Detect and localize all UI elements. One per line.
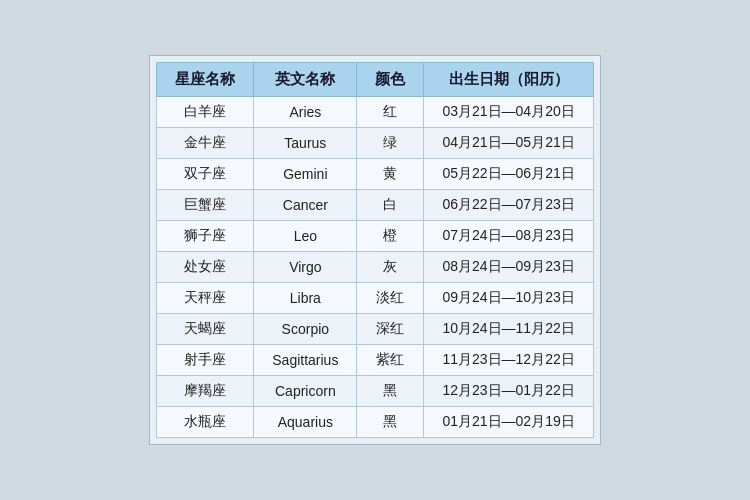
table-cell-7-1: Scorpio	[254, 314, 357, 345]
table-row: 水瓶座Aquarius黑01月21日—02月19日	[157, 407, 593, 438]
table-cell-2-2: 黄	[357, 159, 424, 190]
table-cell-2-0: 双子座	[157, 159, 254, 190]
table-row: 白羊座Aries红03月21日—04月20日	[157, 97, 593, 128]
table-row: 天秤座Libra淡红09月24日—10月23日	[157, 283, 593, 314]
table-cell-3-2: 白	[357, 190, 424, 221]
table-cell-1-1: Taurus	[254, 128, 357, 159]
table-column-header: 英文名称	[254, 63, 357, 97]
table-cell-6-0: 天秤座	[157, 283, 254, 314]
table-cell-8-3: 11月23日—12月22日	[424, 345, 593, 376]
table-cell-5-3: 08月24日—09月23日	[424, 252, 593, 283]
table-cell-2-1: Gemini	[254, 159, 357, 190]
table-row: 狮子座Leo橙07月24日—08月23日	[157, 221, 593, 252]
table-cell-7-0: 天蝎座	[157, 314, 254, 345]
table-cell-10-2: 黑	[357, 407, 424, 438]
table-row: 双子座Gemini黄05月22日—06月21日	[157, 159, 593, 190]
table-row: 射手座Sagittarius紫红11月23日—12月22日	[157, 345, 593, 376]
table-cell-3-3: 06月22日—07月23日	[424, 190, 593, 221]
zodiac-table: 星座名称英文名称颜色出生日期（阳历） 白羊座Aries红03月21日—04月20…	[156, 62, 593, 438]
table-container: 星座名称英文名称颜色出生日期（阳历） 白羊座Aries红03月21日—04月20…	[149, 55, 600, 445]
table-cell-5-2: 灰	[357, 252, 424, 283]
table-cell-3-1: Cancer	[254, 190, 357, 221]
table-cell-9-3: 12月23日—01月22日	[424, 376, 593, 407]
table-column-header: 出生日期（阳历）	[424, 63, 593, 97]
table-cell-7-2: 深红	[357, 314, 424, 345]
table-cell-10-0: 水瓶座	[157, 407, 254, 438]
table-cell-8-1: Sagittarius	[254, 345, 357, 376]
table-cell-2-3: 05月22日—06月21日	[424, 159, 593, 190]
table-cell-0-3: 03月21日—04月20日	[424, 97, 593, 128]
table-cell-6-3: 09月24日—10月23日	[424, 283, 593, 314]
table-row: 金牛座Taurus绿04月21日—05月21日	[157, 128, 593, 159]
table-cell-6-1: Libra	[254, 283, 357, 314]
table-cell-3-0: 巨蟹座	[157, 190, 254, 221]
table-column-header: 颜色	[357, 63, 424, 97]
table-cell-0-1: Aries	[254, 97, 357, 128]
table-cell-8-2: 紫红	[357, 345, 424, 376]
table-cell-1-2: 绿	[357, 128, 424, 159]
table-cell-4-1: Leo	[254, 221, 357, 252]
table-cell-4-0: 狮子座	[157, 221, 254, 252]
table-cell-1-3: 04月21日—05月21日	[424, 128, 593, 159]
table-cell-4-3: 07月24日—08月23日	[424, 221, 593, 252]
table-cell-10-1: Aquarius	[254, 407, 357, 438]
table-row: 天蝎座Scorpio深红10月24日—11月22日	[157, 314, 593, 345]
table-cell-8-0: 射手座	[157, 345, 254, 376]
table-row: 摩羯座Capricorn黑12月23日—01月22日	[157, 376, 593, 407]
table-cell-10-3: 01月21日—02月19日	[424, 407, 593, 438]
table-cell-1-0: 金牛座	[157, 128, 254, 159]
table-row: 巨蟹座Cancer白06月22日—07月23日	[157, 190, 593, 221]
table-cell-9-2: 黑	[357, 376, 424, 407]
table-cell-9-0: 摩羯座	[157, 376, 254, 407]
table-column-header: 星座名称	[157, 63, 254, 97]
table-cell-4-2: 橙	[357, 221, 424, 252]
table-cell-7-3: 10月24日—11月22日	[424, 314, 593, 345]
table-body: 白羊座Aries红03月21日—04月20日金牛座Taurus绿04月21日—0…	[157, 97, 593, 438]
table-cell-5-0: 处女座	[157, 252, 254, 283]
table-cell-6-2: 淡红	[357, 283, 424, 314]
table-cell-9-1: Capricorn	[254, 376, 357, 407]
table-cell-5-1: Virgo	[254, 252, 357, 283]
table-cell-0-0: 白羊座	[157, 97, 254, 128]
table-header-row: 星座名称英文名称颜色出生日期（阳历）	[157, 63, 593, 97]
table-cell-0-2: 红	[357, 97, 424, 128]
table-row: 处女座Virgo灰08月24日—09月23日	[157, 252, 593, 283]
